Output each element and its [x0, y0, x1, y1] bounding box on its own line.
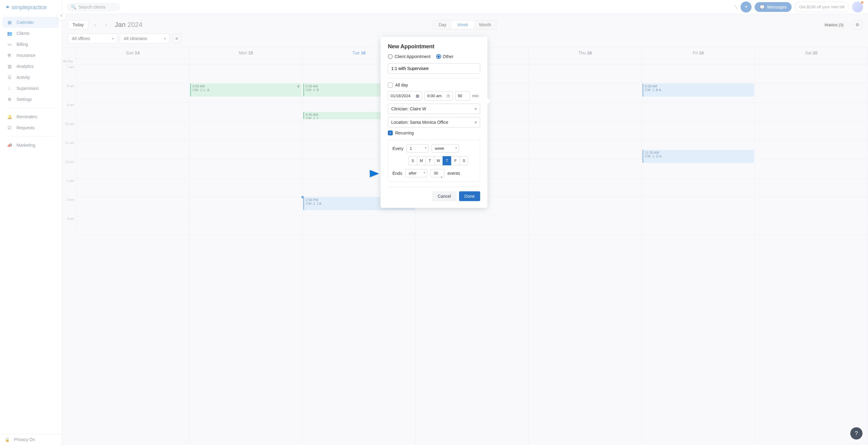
avatar[interactable]: [852, 2, 863, 12]
ends-label: Ends: [393, 171, 402, 176]
sidebar-item-label: Supervision: [17, 86, 39, 91]
sidebar-item-billing[interactable]: ▭ Billing: [2, 39, 59, 50]
every-label: Every: [393, 146, 403, 151]
search-input[interactable]: [79, 5, 116, 9]
sidebar-item-marketing[interactable]: 📣 Marketing: [2, 140, 59, 151]
sidebar-item-activity[interactable]: ☰ Activity: [2, 72, 59, 83]
search-box[interactable]: 🔍: [67, 3, 120, 11]
day-col-mon[interactable]: 8:00 AM 🗎CW: J. L. A.: [189, 64, 303, 445]
filter-options-button[interactable]: ≡: [172, 34, 182, 43]
sidebar-item-label: Analytics: [17, 64, 34, 69]
day-btn[interactable]: S: [460, 156, 468, 165]
min-label: min: [472, 94, 478, 98]
lock-icon: 🔒: [4, 437, 10, 442]
calendar-event[interactable]: 11:30 AMCW: J. G A.: [643, 150, 754, 163]
help-button[interactable]: ?: [850, 427, 863, 440]
modal-title: New Appointment: [388, 43, 480, 50]
sidebar-item-analytics[interactable]: ▥ Analytics: [2, 61, 59, 72]
clinician-select[interactable]: Clinician: Claire W ▾: [388, 104, 480, 114]
sidebar-item-label: Insurance: [17, 53, 35, 58]
bell-icon: 🔔: [7, 114, 12, 119]
view-day[interactable]: Day: [433, 21, 452, 29]
promo-button[interactable]: Get $150 off your next bill: [795, 2, 849, 12]
sidebar-item-reminders[interactable]: 🔔 Reminders: [2, 111, 59, 122]
calendar-event[interactable]: 8:00 AM 🗎CW: J. L. A.: [190, 84, 302, 97]
time-input[interactable]: 8:00 am ◷: [425, 91, 453, 100]
day-header[interactable]: Sat 20: [755, 47, 868, 58]
freq-unit-select[interactable]: week: [432, 144, 459, 153]
ends-count-select[interactable]: 30: [430, 169, 444, 177]
day-header[interactable]: Sun 14: [76, 47, 189, 58]
radio-other[interactable]: Other: [436, 54, 454, 59]
ends-mode-select[interactable]: after: [405, 169, 427, 177]
new-appointment-modal: New Appointment Client Appointment Other…: [380, 37, 488, 208]
add-button[interactable]: +: [741, 2, 751, 12]
today-button[interactable]: Today: [68, 20, 88, 29]
brand-text: simplepractice: [11, 4, 47, 11]
duration-input[interactable]: 90: [455, 91, 470, 100]
sidebar-item-label: Settings: [17, 97, 32, 102]
day-btn[interactable]: T: [426, 156, 434, 165]
day-btn[interactable]: W: [434, 156, 442, 165]
sidebar-item-label: Calendar: [17, 20, 34, 25]
appointment-name-input[interactable]: [388, 63, 480, 74]
clock-icon: ◷: [446, 94, 450, 98]
day-btn[interactable]: S: [408, 156, 417, 165]
day-col-fri[interactable]: 8:00 AMCW: J. B A.11:30 AMCW: J. G A.: [642, 64, 755, 445]
calendar-event[interactable]: 8:00 AMCW: J. B A.: [643, 84, 754, 97]
calendar-icon: ▦: [7, 20, 12, 25]
list-icon: ☰: [7, 75, 12, 80]
sidebar-item-privacy[interactable]: 🔒 Privacy On: [0, 434, 61, 445]
freq-num-select[interactable]: 1: [406, 144, 429, 153]
location-select[interactable]: Location: Santa Monica Office ▾: [388, 117, 480, 127]
offices-filter[interactable]: All offices: [68, 34, 117, 43]
view-month[interactable]: Month: [474, 21, 497, 29]
calcheck-icon: ☑: [7, 125, 12, 130]
waitlist-button[interactable]: Waitlist (3): [820, 21, 848, 29]
sidebar-item-supervision[interactable]: ⛬ Supervision: [2, 83, 59, 94]
date-input[interactable]: 01/18/2024 ▦: [388, 91, 422, 100]
callout-arrow: [344, 167, 379, 181]
trend-icon[interactable]: 〽: [733, 5, 738, 9]
calendar-toolbar: Today ‹ › Jan 2024 Day Week Month Waitli…: [62, 14, 868, 34]
sidebar-item-settings[interactable]: ⚙ Settings: [2, 94, 59, 105]
sidebar-item-requests[interactable]: ☑ Requests: [2, 122, 59, 133]
cancel-button[interactable]: Cancel: [432, 191, 457, 201]
day-header[interactable]: Mon 15: [189, 47, 303, 58]
sidebar-item-clients[interactable]: 👥 Clients: [2, 28, 59, 39]
day-col-sun[interactable]: [76, 64, 189, 445]
clinicians-filter[interactable]: All clinicians: [120, 34, 169, 43]
checkbox-icon: ✓: [388, 130, 393, 135]
sidebar-item-label: Marketing: [17, 143, 35, 148]
search-icon: 🔍: [71, 5, 76, 9]
day-btn[interactable]: M: [417, 156, 426, 165]
bars-icon: ▥: [7, 64, 12, 69]
sidebar-item-label: Billing: [17, 42, 28, 47]
done-button[interactable]: Done: [459, 191, 480, 201]
divider: [7, 108, 55, 108]
day-header[interactable]: Thu 18: [529, 47, 642, 58]
calendar-icon: ▦: [416, 94, 419, 98]
sidebar-item-label: Activity: [17, 75, 30, 80]
logo[interactable]: simplepractice: [0, 0, 61, 15]
allday-checkbox-row[interactable]: All day: [388, 83, 480, 87]
day-col-thu[interactable]: [529, 64, 642, 445]
radio-client-appointment[interactable]: Client Appointment: [388, 54, 431, 59]
day-col-sat[interactable]: [755, 64, 868, 445]
sidebar-item-label: Clients: [17, 31, 30, 36]
recurring-checkbox-row[interactable]: ✓ Recurring: [388, 130, 480, 135]
day-btn[interactable]: T: [442, 156, 451, 165]
messages-button[interactable]: 💬 Messages: [754, 2, 792, 12]
next-button[interactable]: ›: [102, 21, 110, 29]
calendar-settings-button[interactable]: ⚙: [853, 20, 862, 29]
sidebar-item-insurance[interactable]: ⛨ Insurance: [2, 50, 59, 61]
prev-button[interactable]: ‹: [91, 21, 99, 29]
megaphone-icon: 📣: [7, 143, 12, 148]
day-header[interactable]: Fri 19: [642, 47, 755, 58]
topbar: 🔍 〽 + 💬 Messages Get $150 off your next …: [62, 0, 868, 14]
day-btn[interactable]: F: [451, 156, 460, 165]
allday-label: All day: [62, 59, 76, 64]
sidebar-item-calendar[interactable]: ▦ Calendar: [2, 17, 59, 28]
shield-icon: ⛨: [7, 53, 12, 58]
view-week[interactable]: Week: [452, 21, 474, 29]
